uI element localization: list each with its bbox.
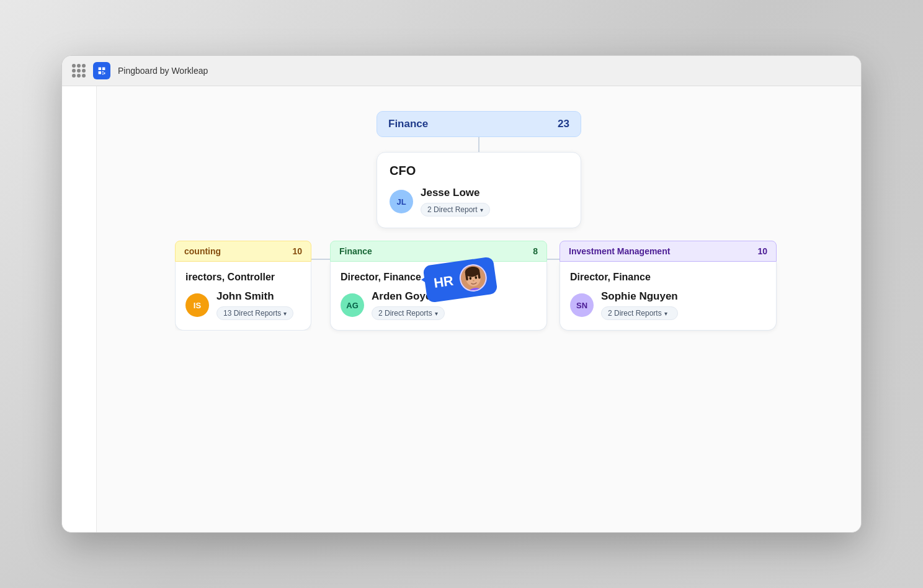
cfo-person-info: Jesse Lowe 2 Direct Report ▾ xyxy=(421,187,490,216)
browser-chrome: Pingboard by Workleap xyxy=(62,56,861,86)
app-title: Pingboard by Workleap xyxy=(118,66,208,76)
sidebar xyxy=(62,86,97,532)
left-reports-label: 13 Direct Reports xyxy=(223,309,281,318)
right-card-wrapper: Investment Management 10 Director, Finan… xyxy=(560,241,777,331)
right-reports-badge[interactable]: 2 Direct Reports ▾ xyxy=(601,306,678,320)
finance-dept-name: Finance xyxy=(388,118,428,130)
hr-label: HR xyxy=(433,273,455,292)
left-chevron-icon: ▾ xyxy=(283,310,287,317)
left-dept-name: counting xyxy=(184,246,221,256)
right-person-info: Sophie Nguyen 2 Direct Reports ▾ xyxy=(601,290,678,320)
browser-window: Pingboard by Workleap Finance 23 CFO xyxy=(61,55,862,533)
browser-content: Finance 23 CFO JL Jesse Lowe xyxy=(62,86,861,532)
right-reports-label: 2 Direct Reports xyxy=(608,309,662,318)
finance-dept-count: 23 xyxy=(558,118,569,130)
left-person-info: John Smith 13 Direct Reports ▾ xyxy=(216,290,293,320)
left-dept-header[interactable]: counting 10 xyxy=(175,241,311,262)
finance-dept-header[interactable]: Finance 23 xyxy=(377,111,581,137)
right-chevron-icon: ▾ xyxy=(664,310,667,317)
cfo-person-name: Jesse Lowe xyxy=(421,187,490,199)
left-card-title: irectors, Controller xyxy=(185,272,301,283)
right-person-row: SN Sophie Nguyen 2 Direct Reports ▾ xyxy=(570,290,766,320)
cfo-chevron-icon: ▾ xyxy=(480,207,483,213)
grid-icon[interactable] xyxy=(72,64,86,78)
center-chevron-icon: ▾ xyxy=(435,310,438,317)
left-reports-badge[interactable]: 13 Direct Reports ▾ xyxy=(216,306,293,320)
left-person-row: IS John Smith 13 Direct Reports ▾ xyxy=(185,290,301,320)
center-reports-label: 2 Direct Reports xyxy=(378,309,432,318)
right-avatar: SN xyxy=(570,293,594,317)
right-card-title: Director, Finance xyxy=(570,272,766,283)
right-dept-count: 10 xyxy=(757,246,767,256)
cfo-avatar-initials: JL xyxy=(396,197,406,207)
app-logo xyxy=(93,62,110,79)
center-dept-name: Finance xyxy=(339,246,372,256)
left-sub-card[interactable]: irectors, Controller IS John Smith 13 Di… xyxy=(175,262,311,331)
left-avatar: IS xyxy=(185,293,209,317)
cfo-person-row: JL Jesse Lowe 2 Direct Report ▾ xyxy=(390,187,568,216)
right-sub-card[interactable]: Director, Finance SN Sophie Nguyen 2 Dir… xyxy=(560,262,777,331)
cfo-avatar: JL xyxy=(390,190,413,213)
top-connector: Finance 23 xyxy=(377,111,581,152)
org-chart: Finance 23 CFO JL Jesse Lowe xyxy=(97,86,861,532)
left-dept-count: 10 xyxy=(292,246,302,256)
right-dept-name: Investment Management xyxy=(569,246,670,256)
cfo-reports-label: 2 Direct Report xyxy=(427,205,478,214)
right-dept-header[interactable]: Investment Management 10 xyxy=(560,241,777,262)
cfo-reports-badge[interactable]: 2 Direct Report ▾ xyxy=(421,203,490,216)
cfo-card[interactable]: CFO JL Jesse Lowe 2 Direct Report ▾ xyxy=(377,152,581,228)
hr-photo xyxy=(458,262,489,293)
right-avatar-initials: SN xyxy=(576,301,587,310)
left-avatar-initials: IS xyxy=(194,301,201,310)
center-avatar: AG xyxy=(341,293,364,317)
left-card-wrapper: counting 10 irectors, Controller IS John… xyxy=(175,241,311,331)
connector-v-top xyxy=(478,137,479,152)
left-person-name: John Smith xyxy=(216,290,293,303)
center-avatar-initials: AG xyxy=(346,301,359,310)
cfo-title: CFO xyxy=(390,164,568,178)
right-person-name: Sophie Nguyen xyxy=(601,290,678,303)
main-area: Finance 23 CFO JL Jesse Lowe xyxy=(97,86,861,532)
center-reports-badge[interactable]: 2 Direct Reports ▾ xyxy=(372,306,445,320)
center-dept-header[interactable]: Finance 8 xyxy=(330,241,547,262)
center-dept-count: 8 xyxy=(533,246,538,256)
